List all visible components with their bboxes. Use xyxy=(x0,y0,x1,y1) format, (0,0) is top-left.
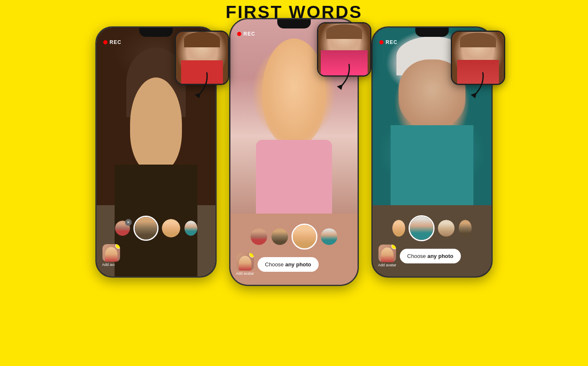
choose-photo-bubble-2[interactable]: Choose any photo xyxy=(258,257,319,272)
phones-container: REC xyxy=(0,26,588,286)
avatar-figure-3 xyxy=(381,247,394,262)
thumb-queen-2[interactable] xyxy=(320,227,338,246)
bottom-controls-3: Add avatar Choose any photo xyxy=(373,205,491,276)
thumb-user-2[interactable] xyxy=(250,227,268,246)
rec-indicator-3: REC xyxy=(379,39,397,45)
phone-section-2: REC xyxy=(229,18,359,286)
thumb-mona-2[interactable] xyxy=(271,227,289,246)
thumb-dog-3[interactable] xyxy=(437,219,455,237)
phone-section-1: REC xyxy=(95,26,217,278)
arrow-3 xyxy=(465,70,486,100)
notch-2 xyxy=(277,19,311,28)
svg-marker-2 xyxy=(471,93,477,98)
notch-3 xyxy=(415,28,449,37)
thumb-baby-active-2[interactable] xyxy=(291,224,317,250)
add-avatar-btn-3[interactable]: Add avatar xyxy=(378,245,396,267)
add-avatar-icon-1 xyxy=(102,244,120,262)
phone-section-3: REC xyxy=(371,26,493,278)
thumb-mona-active-1[interactable] xyxy=(133,216,159,241)
rec-label-2: REC xyxy=(243,31,255,37)
add-avatar-icon-2 xyxy=(236,253,254,271)
thumb-partial-right-3[interactable] xyxy=(458,219,473,237)
rec-indicator-1: REC xyxy=(103,39,121,45)
avatar-yellow-dot-2 xyxy=(249,253,254,258)
avatar-yellow-dot-3 xyxy=(391,245,396,249)
avatar-figure-1 xyxy=(105,247,118,262)
add-avatar-icon-3 xyxy=(378,245,396,262)
thumb-strip-2 xyxy=(234,224,354,250)
svg-marker-1 xyxy=(337,84,343,90)
rec-dot-2 xyxy=(237,32,241,36)
thumb-partial-left: ✕ xyxy=(114,220,131,237)
thumb-partial-left-3[interactable] xyxy=(391,219,406,237)
choose-row-2: Add avatar Choose any photo xyxy=(234,253,354,276)
choose-label-2: Choose xyxy=(265,261,285,268)
add-avatar-btn-2[interactable]: Add avatar xyxy=(236,253,254,276)
rec-label-1: REC xyxy=(110,39,121,45)
rec-dot-3 xyxy=(379,40,383,44)
choose-label-3: Choose xyxy=(407,253,427,259)
rec-indicator-2: REC xyxy=(237,31,255,37)
bottom-controls-2: Add avatar Choose any photo xyxy=(230,214,358,285)
choose-photo-bubble-3[interactable]: Choose any photo xyxy=(400,249,461,263)
rec-dot-1 xyxy=(103,40,107,44)
close-badge-1[interactable]: ✕ xyxy=(125,219,132,226)
thumb-strip-3 xyxy=(376,215,488,241)
arrow-1 xyxy=(189,70,210,100)
add-avatar-label-2: Add avatar xyxy=(236,271,254,276)
choose-bold-3: any photo xyxy=(427,253,453,259)
notch-1 xyxy=(139,28,173,37)
svg-marker-0 xyxy=(195,93,201,98)
thumb-queen-active-3[interactable] xyxy=(409,215,435,241)
avatar-figure-2 xyxy=(239,256,251,271)
rec-label-3: REC xyxy=(386,39,397,45)
choose-row-3: Add avatar Choose any photo xyxy=(376,245,488,267)
add-avatar-label-3: Add avatar xyxy=(378,263,396,267)
thumb-partial-1[interactable] xyxy=(184,220,198,237)
arrow-2 xyxy=(332,62,353,91)
avatar-yellow-dot-1 xyxy=(115,244,120,249)
choose-bold-2: any photo xyxy=(285,261,311,268)
thumb-baby-1[interactable] xyxy=(161,218,181,238)
